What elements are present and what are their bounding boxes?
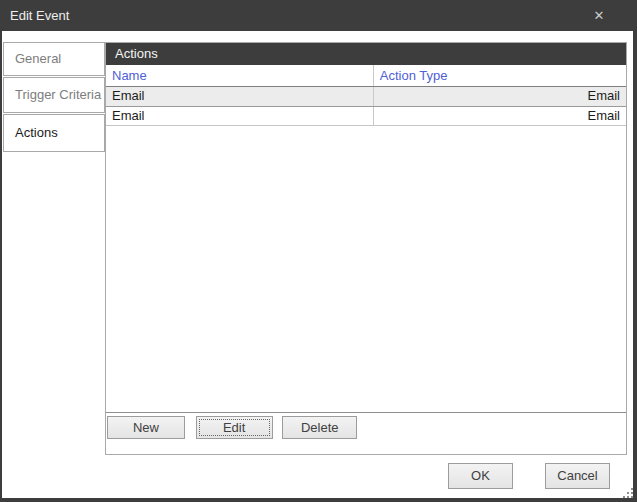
- delete-button[interactable]: Delete: [282, 416, 357, 439]
- resize-grip-icon[interactable]: [621, 486, 634, 499]
- table-row[interactable]: Email Email: [106, 107, 626, 126]
- edit-event-dialog: Edit Event ✕ General Trigger Criteria Ac…: [0, 0, 637, 502]
- ok-button[interactable]: OK: [448, 463, 513, 489]
- window-title: Edit Event: [10, 0, 69, 31]
- column-header-name[interactable]: Name: [106, 65, 374, 86]
- window-border-left: [0, 31, 2, 502]
- cell-action-type: Email: [374, 107, 626, 125]
- table-row[interactable]: Email Email: [106, 87, 626, 107]
- cell-name: Email: [106, 87, 374, 106]
- edit-button[interactable]: Edit: [196, 416, 273, 439]
- tab-actions[interactable]: Actions: [3, 114, 105, 152]
- title-bar: Edit Event: [0, 0, 637, 31]
- cell-name: Email: [106, 107, 374, 125]
- cancel-button[interactable]: Cancel: [545, 463, 610, 489]
- table-header-row: Name Action Type: [106, 65, 626, 87]
- cell-action-type: Email: [374, 87, 626, 106]
- tab-trigger-criteria[interactable]: Trigger Criteria: [3, 77, 105, 113]
- actions-table: Name Action Type Email Email Email Email: [106, 65, 626, 413]
- panel-header: Actions: [106, 43, 626, 65]
- table-button-row: New Edit Delete: [107, 416, 357, 439]
- tab-general[interactable]: General: [3, 42, 105, 76]
- window-border-right: [633, 31, 637, 502]
- actions-panel: Actions Name Action Type Email Email Ema…: [105, 42, 627, 455]
- column-header-action-type[interactable]: Action Type: [374, 65, 626, 86]
- new-button[interactable]: New: [107, 416, 185, 439]
- window-border-bottom: [0, 498, 637, 502]
- close-icon[interactable]: ✕: [584, 0, 614, 31]
